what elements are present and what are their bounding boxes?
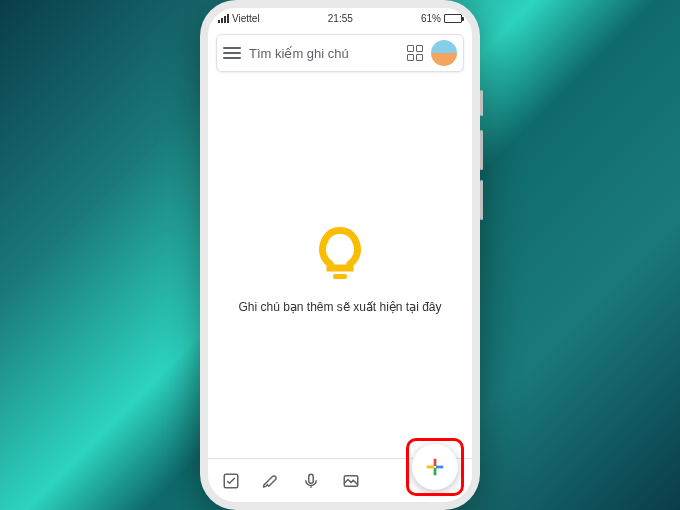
empty-state: Ghi chú bạn thêm sẽ xuất hiện tại đây [208,78,472,458]
checkbox-icon[interactable] [222,472,240,490]
microphone-icon[interactable] [302,472,320,490]
screen: Viettel 21:55 61% Tìm kiếm ghi chú Ghi c… [208,8,472,502]
svg-rect-5 [436,466,443,469]
create-note-fab[interactable] [412,444,458,490]
svg-rect-2 [309,474,314,483]
search-bar[interactable]: Tìm kiếm ghi chú [216,34,464,72]
account-avatar[interactable] [431,40,457,66]
grid-view-icon[interactable] [407,45,423,61]
volume-up [480,130,483,170]
search-placeholder[interactable]: Tìm kiếm ghi chú [249,46,399,61]
side-button [480,90,483,116]
bottom-toolbar [208,458,472,502]
empty-state-message: Ghi chú bạn thêm sẽ xuất hiện tại đây [238,300,441,314]
svg-rect-6 [434,468,437,475]
clock: 21:55 [328,13,353,24]
brush-icon[interactable] [262,472,280,490]
svg-rect-7 [427,466,434,469]
battery-pct: 61% [421,13,441,24]
status-left: Viettel [218,13,260,24]
phone-frame: Viettel 21:55 61% Tìm kiếm ghi chú Ghi c… [200,0,480,510]
signal-icon [218,14,229,23]
volume-down [480,180,483,220]
status-bar: Viettel 21:55 61% [208,8,472,28]
battery-icon [444,14,462,23]
hamburger-menu-icon[interactable] [223,47,241,59]
carrier-label: Viettel [232,13,260,24]
svg-rect-0 [333,274,347,279]
image-icon[interactable] [342,472,360,490]
status-right: 61% [421,13,462,24]
lightbulb-icon [308,222,372,286]
svg-rect-4 [434,459,437,466]
plus-multicolor-icon [424,456,446,478]
